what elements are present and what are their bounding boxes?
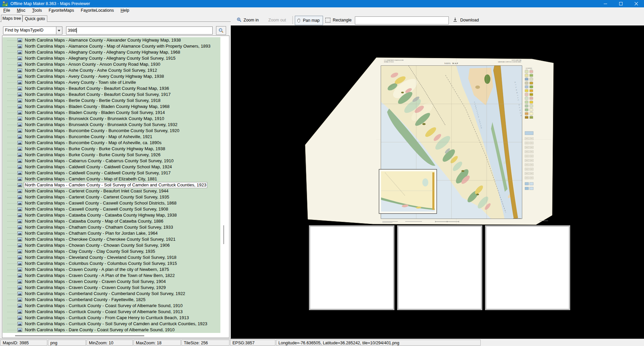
tree-item[interactable]: North Carolina Maps - Chatham County - C… xyxy=(3,224,220,230)
find-by-dropdown[interactable]: Find by MapsTypeID xyxy=(3,26,62,35)
tree-item[interactable]: North Carolina Maps - Currituck County -… xyxy=(3,321,220,327)
tree-item[interactable]: North Carolina Maps - Buncombe County - … xyxy=(3,128,220,134)
tree-item[interactable]: North Carolina Maps - Camden County - Ma… xyxy=(3,176,220,182)
tree-item-label: North Carolina Maps - Cumberland County … xyxy=(24,291,186,296)
menu-misc[interactable]: Misc xyxy=(13,7,29,14)
tree-item[interactable]: North Carolina Maps - Chatham County - P… xyxy=(3,230,220,236)
tree-item[interactable]: North Carolina Maps - Anson County - Ans… xyxy=(3,61,220,67)
tree-item-label: North Carolina Maps - Camden County - So… xyxy=(24,182,207,188)
menu-help[interactable]: Help xyxy=(117,7,132,14)
tree-item[interactable]: North Carolina Maps - Caswell County - C… xyxy=(3,206,220,212)
tree-item[interactable]: North Carolina Maps - Catawba County - C… xyxy=(3,212,220,218)
tree-item[interactable]: North Carolina Maps - Alamance County - … xyxy=(3,43,220,49)
tree-item[interactable]: North Carolina Maps - Alleghany County -… xyxy=(3,49,220,55)
tree-item[interactable]: North Carolina Maps - Avery County - Tow… xyxy=(3,79,220,85)
search-input[interactable]: 3985 xyxy=(66,26,213,35)
zoom-in-button[interactable]: Zoom in xyxy=(244,18,259,22)
tree-item-label: North Carolina Maps - Brunswick County -… xyxy=(24,116,165,121)
tree-item[interactable]: North Carolina Maps - Avery County - Ave… xyxy=(3,73,220,79)
tree-item[interactable]: North Carolina Maps - Ashe County - Ashe… xyxy=(3,67,220,73)
close-button[interactable] xyxy=(629,0,644,7)
tab-maps-tree[interactable]: Maps tree xyxy=(1,15,22,22)
tree-branch-line xyxy=(7,251,17,252)
tree-item[interactable]: North Carolina Maps - Craven County - A … xyxy=(3,273,220,279)
tree-item[interactable]: North Carolina Maps - Catawba County - M… xyxy=(3,218,220,224)
tree-item[interactable]: North Carolina Maps - Cabarrus County - … xyxy=(3,158,220,164)
tree-branch-line xyxy=(7,197,17,197)
tree-item[interactable]: North Carolina Maps - Caswell County - C… xyxy=(3,200,220,206)
tree-branch-line xyxy=(7,185,17,185)
map-preview-canvas[interactable]: SOIL MAP U. S. DEPARTMENT OF AGRICULTURE… xyxy=(231,25,644,339)
minimize-button[interactable] xyxy=(598,0,613,7)
menu-tools[interactable]: Tools xyxy=(29,7,45,14)
tree-branch-line xyxy=(7,125,17,125)
dropdown-arrow-icon[interactable] xyxy=(56,27,62,34)
tree-item[interactable]: North Carolina Maps - Currituck County -… xyxy=(3,303,220,309)
tree-branch-line xyxy=(7,203,17,204)
horizontal-scrollbar-thumb[interactable] xyxy=(15,335,144,336)
tree-item[interactable]: North Carolina Maps - Currituck County -… xyxy=(3,309,220,315)
tree-item[interactable]: North Carolina Maps - Buncombe County - … xyxy=(3,140,220,146)
menu-file[interactable]: File xyxy=(0,7,13,14)
status-mapsid: MapsID: 3985 xyxy=(0,340,47,346)
tree-item[interactable]: North Carolina Maps - Brunswick County -… xyxy=(3,122,220,128)
search-button[interactable] xyxy=(216,26,226,35)
tree-item[interactable]: North Carolina Maps - Beaufort County - … xyxy=(3,85,220,92)
app-icon xyxy=(2,1,8,6)
tree-item[interactable]: North Carolina Maps - Brunswick County -… xyxy=(3,116,220,122)
map-thumbnail-icon xyxy=(17,165,22,169)
tree-item[interactable]: North Carolina Maps - Caldwell County - … xyxy=(3,164,220,170)
tree-item[interactable]: North Carolina Maps - Cherokee County - … xyxy=(3,236,220,242)
toolbar-input[interactable] xyxy=(355,16,449,24)
download-button[interactable]: Download xyxy=(460,18,479,22)
status-maxzoom: MaxZoom: 18 xyxy=(133,340,181,346)
tree-branch-line xyxy=(7,239,17,240)
tree-item[interactable]: North Carolina Maps - Burke County - Bur… xyxy=(3,152,220,158)
tree-branch-line xyxy=(7,312,17,312)
inset-map xyxy=(379,169,437,214)
tree-branch-line xyxy=(7,64,17,65)
tree-item-label: North Carolina Maps - Currituck County -… xyxy=(24,303,183,308)
tree-item[interactable]: North Carolina Maps - Columbus County - … xyxy=(3,261,220,267)
tree-branch-line xyxy=(7,149,17,149)
tree-item[interactable]: North Carolina Maps - Craven County - Cr… xyxy=(3,279,220,285)
tree-item[interactable]: North Carolina Maps - Burke County - Bur… xyxy=(3,146,220,152)
tree-item-label: North Carolina Maps - Buncombe County - … xyxy=(24,140,162,146)
tree-branch-line xyxy=(7,294,17,294)
tree-item[interactable]: North Carolina Maps - Bertie County - Be… xyxy=(3,98,220,104)
tree-item[interactable]: North Carolina Maps - Craven County - A … xyxy=(3,267,220,273)
tree-branch-line xyxy=(7,264,17,264)
tree-item[interactable]: North Carolina Maps - Caldwell County - … xyxy=(3,170,220,176)
tree-branch-line xyxy=(7,288,17,288)
menu-favoritelocations[interactable]: FavoriteLocations xyxy=(77,7,117,14)
tree-item[interactable]: North Carolina Maps - Carteret County - … xyxy=(3,188,220,194)
tree-item[interactable]: North Carolina Maps - Camden County - So… xyxy=(3,182,220,188)
tree-item-label: North Carolina Maps - Dare County - Coas… xyxy=(24,327,175,333)
zoom-out-button[interactable]: Zoom out xyxy=(268,18,286,22)
tree-item[interactable]: North Carolina Maps - Alleghany County -… xyxy=(3,55,220,61)
tree-item[interactable]: North Carolina Maps - Dare County - Coas… xyxy=(3,327,220,333)
tree-item[interactable]: North Carolina Maps - Chowan County - Ch… xyxy=(3,242,220,248)
menu-favoritemaps[interactable]: FavoriteMaps xyxy=(45,7,77,14)
tree-item[interactable]: North Carolina Maps - Bladen County - Bl… xyxy=(3,104,220,110)
tree-item[interactable]: North Carolina Maps - Currituck County -… xyxy=(3,315,220,321)
pan-map-label: Pan map xyxy=(303,18,320,23)
title-bar: Offline Map Maker 8.363 - Maps Previewer xyxy=(0,0,644,7)
tree-item[interactable]: North Carolina Maps - Clay County - Clay… xyxy=(3,248,220,254)
rectangle-button[interactable]: Rectangle xyxy=(333,18,352,22)
tree-item[interactable]: North Carolina Maps - Buncombe County - … xyxy=(3,134,220,140)
maximize-button[interactable] xyxy=(613,0,629,7)
tree-item[interactable]: North Carolina Maps - Bladen County - Bl… xyxy=(3,110,220,116)
tree-item[interactable]: North Carolina Maps - Craven County - Cr… xyxy=(3,285,220,291)
map-thumbnail-icon xyxy=(17,183,22,187)
map-thumbnail-icon xyxy=(17,62,22,66)
tree-item[interactable]: North Carolina Maps - Cumberland County … xyxy=(3,297,220,303)
tree-item[interactable]: North Carolina Maps - Cleveland County -… xyxy=(3,254,220,261)
vertical-scrollbar-thumb[interactable] xyxy=(223,225,224,244)
tree-item[interactable]: North Carolina Maps - Alamance County - … xyxy=(3,37,220,43)
tree-item[interactable]: North Carolina Maps - Beaufort County - … xyxy=(3,92,220,98)
tree-item[interactable]: North Carolina Maps - Carteret County - … xyxy=(3,194,220,200)
pan-map-toggle[interactable]: Pan map xyxy=(295,16,323,25)
tree-item[interactable]: North Carolina Maps - Cumberland County … xyxy=(3,291,220,297)
tab-quick-goto[interactable]: Quick goto xyxy=(22,15,47,22)
